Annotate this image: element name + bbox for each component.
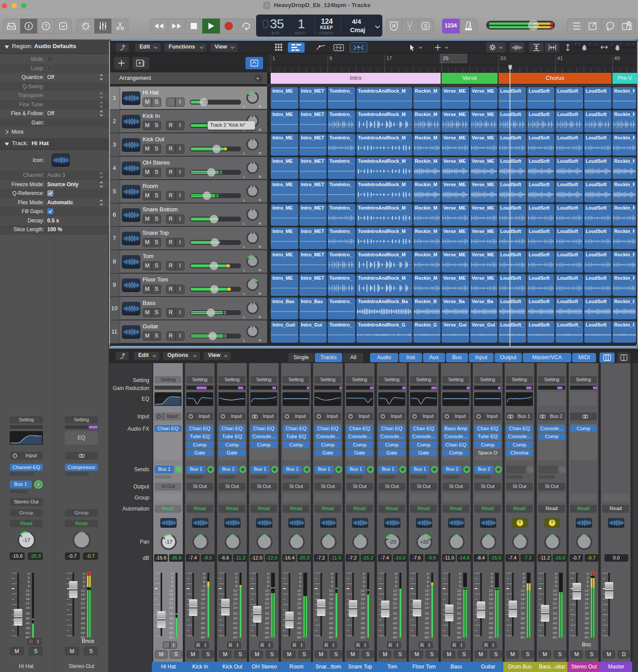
svg-text:30: 30 (26, 612, 30, 616)
svg-text:3: 3 (491, 576, 493, 580)
svg-text:-17: -17 (23, 537, 30, 543)
svg-text:45: 45 (26, 626, 30, 630)
svg-text:6: 6 (427, 580, 429, 584)
svg-text:60: 60 (265, 635, 269, 639)
svg-text:15: 15 (26, 593, 30, 597)
svg-text:24: 24 (329, 606, 333, 610)
svg-text:9: 9 (267, 584, 269, 588)
svg-text:21: 21 (169, 601, 173, 605)
svg-text:30: 30 (233, 612, 237, 616)
svg-text:40: 40 (585, 621, 589, 625)
svg-text:40: 40 (265, 621, 269, 625)
svg-text:3: 3 (523, 576, 525, 580)
svg-text:9: 9 (587, 584, 589, 588)
svg-text:6: 6 (203, 580, 205, 584)
svg-text:21: 21 (329, 601, 333, 605)
svg-text:0: 0 (331, 572, 333, 576)
svg-text:50: 50 (585, 631, 589, 635)
svg-text:0: 0 (427, 572, 429, 576)
svg-text:0: 0 (587, 572, 589, 576)
svg-text:30: 30 (297, 612, 301, 616)
svg-text:35: 35 (521, 616, 525, 620)
svg-text:6: 6 (523, 580, 525, 584)
svg-text:50: 50 (457, 631, 461, 635)
svg-text:35: 35 (81, 616, 85, 620)
svg-text:30: 30 (265, 612, 269, 616)
svg-text:35: 35 (361, 616, 365, 620)
svg-text:3: 3 (427, 576, 429, 580)
svg-text:3: 3 (459, 576, 461, 580)
svg-text:3: 3 (555, 576, 557, 580)
svg-text:18: 18 (553, 597, 557, 601)
svg-text:35: 35 (26, 616, 30, 620)
svg-text:60: 60 (361, 635, 365, 639)
svg-text:21: 21 (297, 601, 301, 605)
svg-text:35: 35 (489, 616, 493, 620)
svg-text:24: 24 (233, 606, 237, 610)
svg-text:45: 45 (265, 626, 269, 630)
svg-text:30: 30 (553, 612, 557, 616)
svg-text:35: 35 (585, 616, 589, 620)
svg-text:0: 0 (203, 572, 205, 576)
svg-text:60: 60 (169, 635, 173, 639)
svg-text:9: 9 (331, 584, 333, 588)
svg-text:45: 45 (201, 626, 205, 630)
svg-text:6: 6 (587, 580, 589, 584)
svg-text:18: 18 (297, 597, 301, 601)
svg-text:21: 21 (521, 601, 525, 605)
svg-text:18: 18 (457, 597, 461, 601)
svg-text:15: 15 (297, 593, 301, 597)
svg-text:9: 9 (363, 584, 365, 588)
svg-text:24: 24 (169, 606, 173, 610)
svg-text:15: 15 (201, 593, 205, 597)
svg-text:50: 50 (361, 631, 365, 635)
svg-text:60: 60 (393, 635, 397, 639)
svg-text:24: 24 (425, 606, 429, 610)
svg-text:21: 21 (425, 601, 429, 605)
svg-text:45: 45 (489, 626, 493, 630)
svg-text:45: 45 (553, 626, 557, 630)
svg-text:21: 21 (265, 601, 269, 605)
svg-text:S: S (424, 23, 427, 30)
svg-text:9: 9 (83, 584, 85, 588)
svg-text:45: 45 (81, 626, 85, 630)
svg-text:9: 9 (28, 584, 30, 588)
svg-text:9: 9 (299, 584, 302, 588)
svg-text:50: 50 (26, 631, 30, 635)
svg-text:30: 30 (585, 612, 589, 616)
svg-text:50: 50 (553, 631, 557, 635)
svg-text:40: 40 (393, 621, 397, 625)
svg-text:12: 12 (425, 589, 429, 593)
svg-text:45: 45 (361, 626, 365, 630)
svg-text:18: 18 (361, 597, 365, 601)
svg-text:50: 50 (233, 631, 237, 635)
svg-text:0: 0 (299, 572, 302, 576)
svg-text:12: 12 (169, 589, 173, 593)
svg-text:21: 21 (81, 601, 85, 605)
svg-text:9: 9 (555, 584, 557, 588)
svg-text:60: 60 (233, 635, 237, 639)
svg-text:18: 18 (233, 597, 237, 601)
svg-text:0: 0 (28, 572, 30, 576)
svg-text:35: 35 (553, 616, 557, 620)
svg-text:30: 30 (393, 612, 397, 616)
svg-text:3: 3 (299, 576, 302, 580)
svg-text:9: 9 (171, 584, 174, 588)
svg-text:3: 3 (331, 576, 333, 580)
svg-text:35: 35 (265, 616, 269, 620)
svg-text:12: 12 (553, 589, 557, 593)
svg-text:30: 30 (81, 612, 85, 616)
svg-text:40: 40 (329, 621, 333, 625)
svg-text:3: 3 (235, 576, 238, 580)
svg-text:3: 3 (267, 576, 269, 580)
svg-text:18: 18 (329, 597, 333, 601)
svg-text:6: 6 (363, 580, 365, 584)
svg-text:15: 15 (81, 593, 85, 597)
svg-text:21: 21 (489, 601, 493, 605)
svg-text:0: 0 (555, 572, 557, 576)
svg-text:21: 21 (393, 601, 397, 605)
svg-text:3: 3 (28, 576, 30, 580)
svg-text:12: 12 (585, 589, 589, 593)
svg-text:3: 3 (83, 576, 85, 580)
svg-text:15: 15 (553, 593, 557, 597)
